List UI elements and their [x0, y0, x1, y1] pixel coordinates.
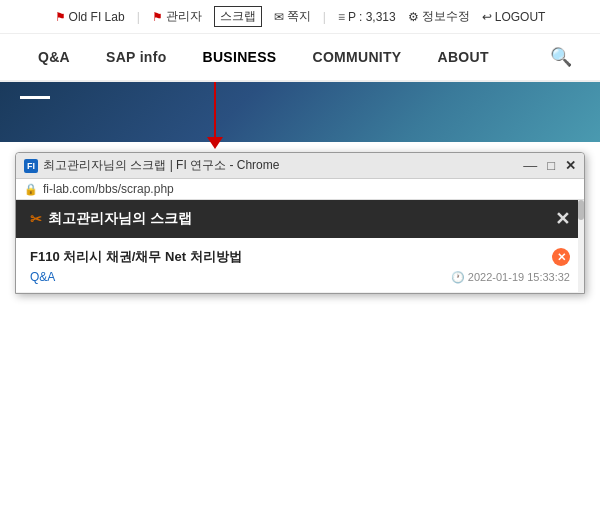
scrap-delete-button[interactable]: ✕ — [552, 248, 570, 266]
browser-addressbar: 🔒 fi-lab.com/bbs/scrap.php — [16, 179, 584, 200]
scrap-panel-title: 최고관리자님의 스크랩 — [48, 210, 192, 228]
scrollbar-thumb[interactable] — [578, 200, 584, 220]
admin-link[interactable]: ⚑ 관리자 — [152, 8, 202, 25]
arrow-indicator — [207, 82, 223, 149]
nav-item-about[interactable]: ABOUT — [420, 35, 507, 79]
page-wrapper: ⚑ Old FI Lab | ⚑ 관리자 스크랩 ✉ 쪽지 | ≡ P : 3,… — [0, 0, 600, 522]
nav-item-qa[interactable]: Q&A — [20, 35, 88, 79]
note-link[interactable]: ✉ 쪽지 — [274, 8, 311, 25]
browser-content: ✂ 최고관리자님의 스크랩 ✕ F110 처리시 채권/채무 Net 처리방법 … — [16, 200, 584, 293]
arrow-line — [214, 82, 216, 137]
top-bar: ⚑ Old FI Lab | ⚑ 관리자 스크랩 ✉ 쪽지 | ≡ P : 3,… — [0, 0, 600, 34]
scrollbar-track — [578, 200, 584, 293]
gear-icon: ⚙ — [408, 10, 419, 24]
admin-icon: ⚑ — [152, 10, 163, 24]
flag-icon: ⚑ — [55, 10, 66, 24]
note-text: 쪽지 — [287, 8, 311, 25]
points-icon: ≡ — [338, 10, 345, 24]
nav-item-business[interactable]: BUSINESS — [185, 35, 295, 79]
nav-bar: Q&A SAP info BUSINESS COMMUNITY ABOUT 🔍 — [0, 34, 600, 82]
scrap-panel-close-button[interactable]: ✕ — [555, 210, 570, 228]
arrow-head — [207, 137, 223, 149]
scrap-item-title-row: F110 처리시 채권/채무 Net 처리방법 ✕ — [30, 248, 570, 266]
nav-item-sap[interactable]: SAP info — [88, 35, 184, 79]
scrap-link[interactable]: 스크랩 — [214, 6, 262, 27]
browser-favicon: FI — [24, 159, 38, 173]
nav-section: Q&A SAP info BUSINESS COMMUNITY ABOUT 🔍 — [0, 34, 600, 82]
clock-icon: 🕐 — [451, 271, 465, 284]
logout-text: LOGOUT — [495, 10, 546, 24]
scrap-scissors-icon: ✂ — [30, 211, 42, 227]
lock-icon: 🔒 — [24, 183, 38, 196]
scrap-item-title-text[interactable]: F110 처리시 채권/채무 Net 처리방법 — [30, 248, 552, 266]
maximize-button[interactable]: □ — [547, 158, 555, 173]
browser-title: 최고관리자님의 스크랩 | FI 연구소 - Chrome — [43, 157, 523, 174]
logout-icon: ↩ — [482, 10, 492, 24]
scrap-category[interactable]: Q&A — [30, 270, 55, 284]
site-name-link[interactable]: ⚑ Old FI Lab — [55, 10, 125, 24]
timestamp-text: 2022-01-19 15:33:32 — [468, 271, 570, 283]
minimize-button[interactable]: — — [523, 158, 537, 173]
note-icon: ✉ — [274, 10, 284, 24]
scrap-text: 스크랩 — [220, 8, 256, 25]
hero-line — [20, 96, 50, 99]
info-text: 정보수정 — [422, 8, 470, 25]
nav-item-community[interactable]: COMMUNITY — [294, 35, 419, 79]
scrap-item-meta: Q&A 🕐 2022-01-19 15:33:32 — [30, 270, 570, 284]
address-text: fi-lab.com/bbs/scrap.php — [43, 182, 174, 196]
search-button[interactable]: 🔍 — [542, 46, 580, 68]
admin-text: 관리자 — [166, 8, 202, 25]
hero-section — [0, 82, 600, 142]
scrap-panel: ✂ 최고관리자님의 스크랩 ✕ F110 처리시 채권/채무 Net 처리방법 … — [16, 200, 584, 293]
browser-controls: — □ ✕ — [523, 158, 576, 173]
info-link[interactable]: ⚙ 정보수정 — [408, 8, 470, 25]
site-name-text: Old FI Lab — [69, 10, 125, 24]
scrap-timestamp: 🕐 2022-01-19 15:33:32 — [451, 271, 570, 284]
points-display: ≡ P : 3,313 — [338, 10, 396, 24]
points-text: P : 3,313 — [348, 10, 396, 24]
close-button[interactable]: ✕ — [565, 158, 576, 173]
scrap-panel-header: ✂ 최고관리자님의 스크랩 ✕ — [16, 200, 584, 238]
logout-link[interactable]: ↩ LOGOUT — [482, 10, 546, 24]
browser-window: FI 최고관리자님의 스크랩 | FI 연구소 - Chrome — □ ✕ 🔒… — [15, 152, 585, 294]
scrap-item: F110 처리시 채권/채무 Net 처리방법 ✕ Q&A 🕐 2022-01-… — [16, 238, 584, 293]
browser-titlebar: FI 최고관리자님의 스크랩 | FI 연구소 - Chrome — □ ✕ — [16, 153, 584, 179]
